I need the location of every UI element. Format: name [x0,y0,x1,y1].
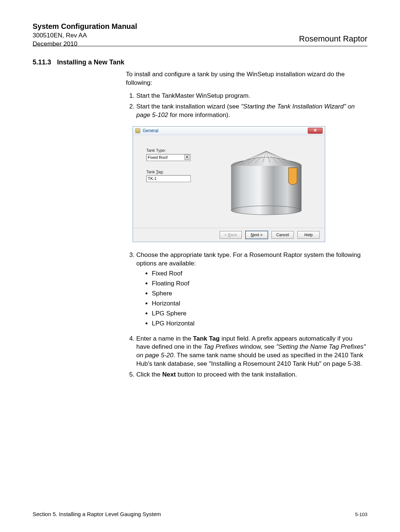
step-list-lower: Choose the appropriate tank type. For a … [126,251,367,379]
option-fixed-roof: Fixed Roof [152,270,367,278]
body-column-lower: Choose the appropriate tank type. For a … [126,251,367,381]
tank-type-label: Tank Type: [146,148,209,153]
dialog-app-icon [135,128,140,133]
step-2-b: for more information). [168,111,230,118]
section-title: Installing a New Tank [57,58,124,67]
close-button[interactable]: ✕ [308,128,323,134]
step-1: Start the TankMaster WinSetup program. [136,92,367,100]
step-3: Choose the appropriate tank type. For a … [136,251,367,328]
header-divider [33,46,367,46]
step-list-top: Start the TankMaster WinSetup program. S… [126,92,367,120]
body-column: To install and configure a tank by using… [126,70,367,251]
chevron-down-icon: ▼ [184,155,190,160]
tank-tag-label-post: ag: [158,170,164,174]
tank-type-select[interactable]: Fixed Roof ▼ [146,154,191,161]
step-2: Start the tank installation wizard (see … [136,103,367,120]
help-button[interactable]: Help [297,231,320,239]
option-horizontal: Horizontal [152,300,367,308]
tank-illustration [227,145,305,216]
svg-point-12 [231,206,301,215]
intro-text: To install and configure a tank by using… [126,70,367,87]
option-lpg-sphere: LPG Sphere [152,310,367,318]
brand-name: Rosemount Raptor [299,33,367,44]
tank-tag-value: TK-1 [148,176,157,181]
section-number: 5.11.3 [33,58,51,67]
step-5-b: button to proceed with the tank installa… [176,371,297,378]
next-button[interactable]: Next > [246,231,268,239]
step-4-bold1: Tank Tag [193,335,220,342]
doc-date: December 2010 [33,40,137,48]
section-heading: 5.11.3 Installing a New Tank [33,58,124,67]
back-button: < Back [220,231,242,239]
tank-tag-input[interactable]: TK-1 [146,175,191,182]
step-5-a: Click the [136,371,162,378]
step-4-c: window, see [238,343,276,350]
tank-tag-label-pre: Tank [146,170,156,174]
dialog-titlebar[interactable]: General ✕ [133,127,325,135]
tank-type-options: Fixed Roof Floating Roof Sphere Horizont… [136,270,367,328]
general-dialog: General ✕ Tank Type: Fixed Roof ▼ Tank T… [133,126,325,242]
close-icon: ✕ [313,128,317,133]
footer-section: Section 5. Installing a Raptor Level Gau… [33,511,161,518]
doc-code: 300510EN, Rev AA [33,31,137,40]
cancel-button[interactable]: Cancel [271,231,294,239]
option-lpg-horizontal: LPG Horizontal [152,319,367,328]
dialog-footer: < Back Next > Cancel Help [133,228,325,242]
option-floating-roof: Floating Roof [152,280,367,288]
step-5-bold: Next [162,371,176,378]
tank-type-value: Fixed Roof [148,155,167,160]
step-4-italic1: Tag Prefixes [203,343,238,350]
step-4-a: Enter a name in the [136,335,193,342]
step-2-a: Start the tank installation wizard (see [136,103,241,110]
tank-tag-label: Tank Tag: [146,169,209,175]
footer-page-number: 5-103 [355,511,367,518]
page-header-left: System Configuration Manual 300510EN, Re… [33,21,137,48]
dialog-title: General [143,128,159,134]
option-sphere: Sphere [152,290,367,298]
step-4: Enter a name in the Tank Tag input field… [136,335,367,369]
step-3-text: Choose the appropriate tank type. For a … [136,251,361,267]
step-5: Click the Next button to proceed with th… [136,371,367,379]
doc-title: System Configuration Manual [33,21,137,31]
